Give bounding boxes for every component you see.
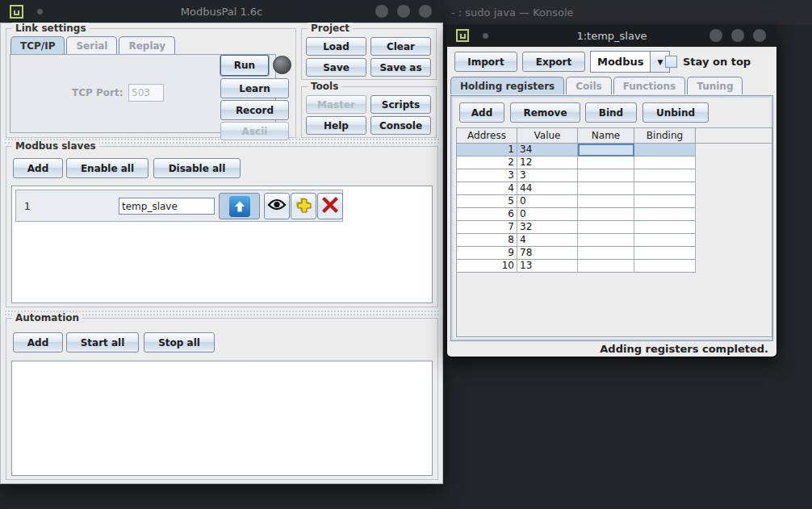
table-row[interactable]: 1 34 [457,144,772,156]
slave-duplicate-button[interactable] [291,193,316,219]
column-header-name[interactable]: Name [578,128,634,144]
save-as-button[interactable]: Save as [370,58,431,77]
value-cell[interactable]: 3 [517,169,578,182]
value-cell[interactable]: 0 [517,195,578,208]
clear-button[interactable]: Clear [370,37,431,56]
binding-cell[interactable] [634,156,696,169]
save-button[interactable]: Save [306,58,366,77]
mode-combobox[interactable]: Modbus ▼ [590,51,670,73]
value-cell[interactable]: 0 [517,208,578,221]
table-row[interactable]: 2 12 [457,156,772,169]
disable-all-button[interactable]: Disable all [153,158,241,178]
tcp-port-input[interactable] [128,84,164,102]
value-cell[interactable]: 12 [517,156,578,169]
slave-window-titlebar[interactable]: 1:temp_slave [446,24,777,47]
name-cell[interactable] [578,195,634,208]
value-cell[interactable]: 32 [517,221,578,234]
minimize-button[interactable] [375,5,388,18]
help-button[interactable]: Help [306,116,366,135]
maximize-button[interactable] [731,29,744,42]
address-cell[interactable]: 5 [457,195,517,208]
slave-view-button[interactable] [264,193,290,219]
table-row[interactable]: 4 44 [457,182,772,195]
binding-cell[interactable] [634,221,696,234]
binding-cell[interactable] [634,260,696,273]
ascii-button[interactable]: Ascii [220,122,289,140]
table-row[interactable]: 6 0 [457,208,772,221]
binding-cell[interactable] [634,208,696,221]
export-button[interactable]: Export [522,52,585,72]
value-cell[interactable]: 78 [517,247,578,260]
main-window-titlebar[interactable]: ModbusPal 1.6c [0,0,443,23]
name-cell[interactable] [578,260,634,273]
name-cell[interactable] [578,156,634,169]
table-row[interactable]: 7 32 [457,221,772,234]
stay-on-top-checkbox[interactable] [665,56,677,68]
run-button[interactable]: Run [220,55,269,76]
start-all-button[interactable]: Start all [66,332,139,353]
name-cell[interactable] [578,208,634,221]
address-cell[interactable]: 10 [457,260,517,273]
binding-cell[interactable] [634,144,696,156]
maximize-button[interactable] [397,5,410,18]
import-button[interactable]: Import [454,52,517,72]
column-header-binding[interactable]: Binding [634,128,696,144]
binding-cell[interactable] [634,247,696,260]
tab-coils[interactable]: Coils [566,77,611,94]
table-row[interactable]: 10 13 [457,260,772,273]
close-button[interactable] [419,5,432,18]
binding-cell[interactable] [634,182,696,195]
name-cell[interactable] [578,144,634,156]
binding-cell[interactable] [634,234,696,247]
register-unbind-button[interactable]: Unbind [642,102,709,123]
address-cell[interactable]: 9 [457,247,517,260]
address-cell[interactable]: 4 [457,182,517,195]
slave-enabled-toggle[interactable] [219,193,260,219]
tab-replay[interactable]: Replay [119,36,175,54]
slave-add-button[interactable]: Add [13,158,63,178]
table-row[interactable]: 9 78 [457,247,772,260]
table-row[interactable]: 5 0 [457,195,772,208]
enable-all-button[interactable]: Enable all [66,158,149,178]
slave-row[interactable]: 1 [15,190,343,222]
column-header-value[interactable]: Value [517,128,578,144]
address-cell[interactable]: 3 [457,169,517,182]
close-button[interactable] [753,29,766,42]
binding-cell[interactable] [634,195,696,208]
stop-all-button[interactable]: Stop all [144,332,215,353]
address-cell[interactable]: 6 [457,208,517,221]
name-cell[interactable] [578,234,634,247]
value-cell[interactable]: 4 [517,234,578,247]
record-button[interactable]: Record [220,100,289,120]
address-cell[interactable]: 2 [457,156,517,169]
table-row[interactable]: 3 3 [457,169,772,182]
tab-tcpip[interactable]: TCP/IP [10,36,65,54]
name-cell[interactable] [578,247,634,260]
column-header-address[interactable]: Address [457,128,517,144]
learn-button[interactable]: Learn [220,78,289,98]
console-button[interactable]: Console [370,116,431,135]
value-cell[interactable]: 34 [517,144,578,156]
tab-holding-registers[interactable]: Holding registers [450,77,564,94]
minimize-button[interactable] [709,29,722,42]
binding-cell[interactable] [634,169,696,182]
tab-tuning[interactable]: Tuning [687,77,743,94]
scripts-button[interactable]: Scripts [370,95,431,114]
name-cell[interactable] [578,182,634,195]
slave-name-input[interactable] [119,198,215,215]
name-cell[interactable] [578,169,634,182]
slave-delete-button[interactable] [317,193,343,219]
tab-functions[interactable]: Functions [613,77,686,94]
register-remove-button[interactable]: Remove [510,102,580,123]
address-cell[interactable]: 8 [457,234,517,247]
value-cell[interactable]: 44 [517,182,578,195]
register-bind-button[interactable]: Bind [585,102,637,123]
tab-serial[interactable]: Serial [66,36,117,54]
name-cell[interactable] [578,221,634,234]
automation-add-button[interactable]: Add [13,332,63,353]
load-button[interactable]: Load [306,37,366,56]
master-button[interactable]: Master [306,95,366,114]
table-row[interactable]: 8 4 [457,234,772,247]
value-cell[interactable]: 13 [517,260,578,273]
address-cell[interactable]: 7 [457,221,517,234]
